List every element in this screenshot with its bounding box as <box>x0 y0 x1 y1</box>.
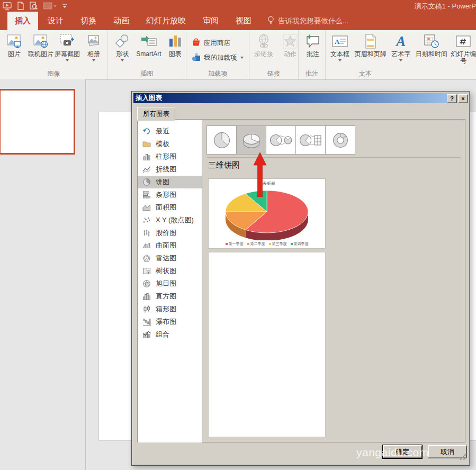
dialog-close-button[interactable]: × <box>458 94 468 103</box>
divider <box>207 157 461 158</box>
group-label-comments: 批注 <box>299 69 325 78</box>
smartart-button[interactable]: SmartArt <box>136 31 162 58</box>
store-button[interactable]: 应用商店 <box>192 38 244 48</box>
date-time-icon <box>424 32 439 51</box>
hyperlink-button[interactable]: 超链接 <box>250 31 277 58</box>
chart-type-waterfall[interactable]: 瀑布图 <box>138 315 202 328</box>
new-file-icon[interactable] <box>17 2 24 10</box>
sunburst-chart-icon <box>142 279 151 288</box>
header-footer-icon <box>364 32 377 51</box>
chart-type-area[interactable]: 面积图 <box>138 201 202 214</box>
lightbulb-icon <box>267 16 274 26</box>
smartart-icon <box>140 32 157 51</box>
subtype-bar-of-pie[interactable] <box>295 125 326 155</box>
shapes-button[interactable]: 形状 <box>109 31 136 62</box>
doughnut-icon <box>329 130 352 151</box>
ribbon-group-addins: 应用商店 我的加载项 加载项 <box>186 30 249 79</box>
chart-button[interactable]: 图表 <box>162 31 188 58</box>
dropdown-arrow-icon <box>66 59 69 61</box>
annotation-arrow-icon <box>253 152 267 197</box>
wordart-button[interactable]: A 艺术字 <box>388 31 414 62</box>
tab-all-charts[interactable]: 所有图表 <box>137 107 175 121</box>
ribbon-tab-row: 插入 设计 切换 动画 幻灯片放映 审阅 视图 告诉我您想要做什么... <box>0 12 476 30</box>
pie-subtype-strip <box>207 125 355 155</box>
tell-me-box[interactable]: 告诉我您想要做什么... <box>267 12 348 30</box>
tab-insert[interactable]: 插入 <box>7 12 38 30</box>
slide-number-button[interactable]: 幻灯片编号 <box>448 31 476 65</box>
chart-type-treemap[interactable]: 树状图 <box>138 265 202 277</box>
dropdown-arrow-icon <box>92 59 95 61</box>
chart-type-surface[interactable]: 曲面图 <box>138 239 202 252</box>
dialog-content: 最近 模板 柱形图 折线图 饼图 条形图 面积图 X Y (散点图) 股价图 曲… <box>137 119 465 442</box>
chart-type-recent[interactable]: 最近 <box>138 125 202 138</box>
subtype-pie-of-pie[interactable] <box>266 125 296 155</box>
preview-legend: 第一季度 第二季度 第三季度 第四季度 <box>209 241 325 247</box>
tab-review[interactable]: 审阅 <box>195 12 226 30</box>
chart-type-scatter[interactable]: X Y (散点图) <box>138 214 202 227</box>
online-pictures-button[interactable]: 联机图片 <box>28 31 54 58</box>
tab-animations[interactable]: 动画 <box>106 12 137 30</box>
textbox-icon: A <box>331 32 348 51</box>
subtype-doughnut[interactable] <box>325 125 355 155</box>
tab-design[interactable]: 设计 <box>40 12 71 30</box>
group-label-addins: 加载项 <box>186 69 249 78</box>
textbox-button[interactable]: A 文本框 <box>327 31 353 62</box>
combo-chart-icon <box>142 330 151 339</box>
histogram-chart-icon <box>142 292 151 301</box>
slide-thumbnail[interactable] <box>0 89 75 155</box>
svg-text:A: A <box>335 38 340 46</box>
pictures-button[interactable]: 图片 <box>1 31 28 58</box>
print-preview-icon[interactable] <box>29 2 38 11</box>
new-comment-button[interactable]: 批注 <box>300 31 326 58</box>
group-label-text: 文本 <box>326 69 405 78</box>
chart-type-box-whisker[interactable]: 箱形图 <box>138 303 202 315</box>
header-footer-button[interactable]: 页眉和页脚 <box>353 31 388 58</box>
dropdown-arrow-icon <box>338 59 342 61</box>
group-label-links: 链接 <box>249 69 298 78</box>
chart-type-histogram[interactable]: 直方图 <box>138 290 202 303</box>
window-title: 演示文稿1 - PowerP <box>415 2 476 11</box>
online-picture-icon <box>33 32 49 51</box>
chart-type-bar[interactable]: 条形图 <box>138 188 202 201</box>
quick-access-toolbar <box>3 1 68 11</box>
tab-slideshow[interactable]: 幻灯片放映 <box>139 12 193 30</box>
subtype-pie-2d[interactable] <box>206 125 237 155</box>
dialog-help-button[interactable]: ? <box>447 94 457 103</box>
screenshot-icon <box>59 32 75 51</box>
chart-type-pie[interactable]: 饼图 <box>138 176 202 188</box>
presentation-views-icon[interactable] <box>43 2 57 10</box>
my-addins-button[interactable]: 我的加载项 <box>192 52 244 63</box>
chart-type-radar[interactable]: 雷达图 <box>138 252 202 265</box>
start-from-beginning-icon[interactable] <box>3 2 12 11</box>
chart-type-combo[interactable]: 组合 <box>138 328 202 341</box>
legend-item: 第四季度 <box>291 241 309 247</box>
tab-transitions[interactable]: 切换 <box>73 12 104 30</box>
screenshot-button[interactable]: 屏幕截图 <box>54 31 80 62</box>
action-star-icon <box>282 32 298 51</box>
chart-type-stock[interactable]: 股价图 <box>138 227 202 239</box>
cancel-button[interactable]: 取消 <box>428 445 467 458</box>
insert-chart-dialog: 插入图表 ? × 所有图表 最近 模板 柱形图 折线图 饼图 条形图 面积图 X… <box>131 91 470 466</box>
chart-type-column[interactable]: 柱形图 <box>138 150 202 163</box>
pie-chart-icon <box>142 178 151 186</box>
ribbon-group-links: 超链接 动作 链接 <box>249 30 299 79</box>
pie-2d-icon <box>211 130 233 151</box>
date-time-button[interactable]: 日期和时间 <box>414 31 448 58</box>
preview-3d-pie <box>209 185 325 240</box>
ok-button[interactable]: 确定 <box>383 445 422 458</box>
customize-qat-icon[interactable] <box>61 3 68 9</box>
chart-type-sunburst[interactable]: 旭日图 <box>138 277 202 290</box>
legend-item: 第三季度 <box>269 241 287 247</box>
chart-type-line[interactable]: 折线图 <box>138 163 202 176</box>
tab-view[interactable]: 视图 <box>228 12 259 30</box>
subtype-pie-3d[interactable] <box>236 125 266 155</box>
bar-of-pie-icon <box>299 130 323 151</box>
subtype-heading: 三维饼图 <box>208 160 240 170</box>
bar-chart-icon <box>142 191 151 199</box>
chart-preview-tile[interactable]: 图表标题 第一季度 第二季度 第三季度 第四季度 <box>208 178 326 249</box>
chart-type-templates[interactable]: 模板 <box>138 138 202 150</box>
ribbon-group-text: A 文本框 页眉和页脚 A 艺术字 日期和时间 <box>326 30 476 79</box>
dropdown-arrow-icon <box>240 57 244 59</box>
dialog-title-bar[interactable]: 插入图表 <box>133 93 467 103</box>
photo-album-button[interactable]: 相册 <box>80 31 107 62</box>
